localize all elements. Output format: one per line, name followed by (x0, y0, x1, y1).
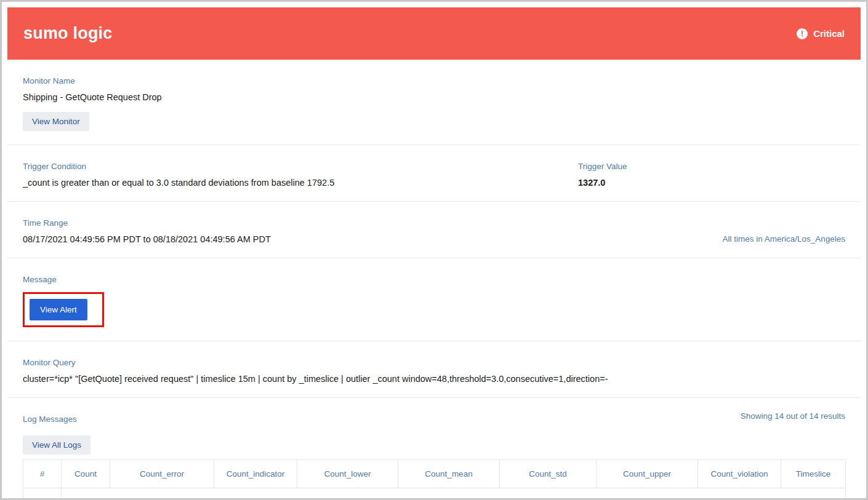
column-header: Timeslice (781, 460, 846, 488)
view-alert-button[interactable]: View Alert (30, 299, 87, 320)
table-cell: 1792.5 (398, 488, 500, 500)
log-table: #CountCount_errorCount_indicatorCount_lo… (23, 459, 846, 500)
results-summary: Showing 14 out of 14 results (741, 411, 845, 421)
table-cell: 1 (23, 488, 62, 500)
table-cell: -465.5 (110, 488, 214, 500)
header-banner: sumo logic ! Critical (7, 7, 861, 60)
column-header: Count (62, 460, 110, 488)
time-range-section: Time Range 08/17/2021 04:49:56 PM PDT to… (7, 202, 861, 258)
column-header: Count_std (500, 460, 597, 488)
column-header: Count_mean (398, 460, 500, 488)
monitor-name-value: Shipping - GetQuote Request Drop (23, 92, 845, 102)
exclamation-circle-icon: ! (797, 28, 808, 39)
status-label: Critical (813, 28, 845, 39)
trigger-condition-label: Trigger Condition (23, 162, 578, 171)
monitor-query-section: Monitor Query cluster=*icp* "[GetQuote] … (7, 341, 861, 397)
column-header: Count_indicator (214, 460, 297, 488)
sumo-logic-logo: sumo logic (23, 24, 113, 43)
timezone-note: All times in America/Los_Angeles (722, 234, 845, 244)
table-cell: 1926.31680077708 (597, 488, 698, 500)
table-cell: 1327 (62, 488, 110, 500)
monitor-query-value: cluster=*icp* "[GetQuote] received reque… (23, 374, 845, 384)
view-all-logs-button[interactable]: View All Logs (23, 435, 90, 454)
table-header-row: #CountCount_errorCount_indicatorCount_lo… (23, 460, 846, 488)
table-cell: 1658.68319922292 (297, 488, 398, 500)
table-cell: 44.60560025902672 (500, 488, 597, 500)
time-range-label: Time Range (23, 218, 845, 228)
table-cell: 1.0 (698, 488, 781, 500)
table-row: 11327-465.51.01658.683199222921792.544.6… (23, 488, 846, 500)
column-header: Count_error (110, 460, 214, 488)
table-cell: 08/17/2021 10:30:00 PM PDT (781, 488, 846, 500)
monitor-name-section: Monitor Name Shipping - GetQuote Request… (7, 60, 861, 145)
column-header: Count_upper (597, 460, 698, 488)
highlight-annotation-box: View Alert (23, 292, 104, 327)
column-header: # (23, 460, 62, 488)
column-header: Count_violation (698, 460, 781, 488)
status-badge: ! Critical (797, 28, 845, 39)
trigger-value-label: Trigger Value (578, 162, 845, 171)
table-cell: 1.0 (214, 488, 297, 500)
view-monitor-button[interactable]: View Monitor (23, 112, 89, 131)
message-section: Message View Alert (7, 258, 861, 341)
alert-notification-page: sumo logic ! Critical Monitor Name Shipp… (0, 0, 868, 500)
log-messages-section: Log Messages Showing 14 out of 14 result… (7, 398, 861, 500)
trigger-condition-value: _count is greater than or equal to 3.0 s… (23, 178, 578, 188)
monitor-query-label: Monitor Query (23, 358, 845, 367)
trigger-value: 1327.0 (578, 178, 845, 188)
time-range-value: 08/17/2021 04:49:56 PM PDT to 08/18/2021… (23, 234, 271, 244)
log-messages-label: Log Messages (23, 415, 77, 424)
table-body: 11327-465.51.01658.683199222921792.544.6… (23, 488, 846, 500)
column-header: Count_lower (297, 460, 398, 488)
trigger-section: Trigger Condition _count is greater than… (7, 145, 861, 201)
monitor-name-label: Monitor Name (23, 76, 845, 85)
message-label: Message (23, 275, 845, 284)
